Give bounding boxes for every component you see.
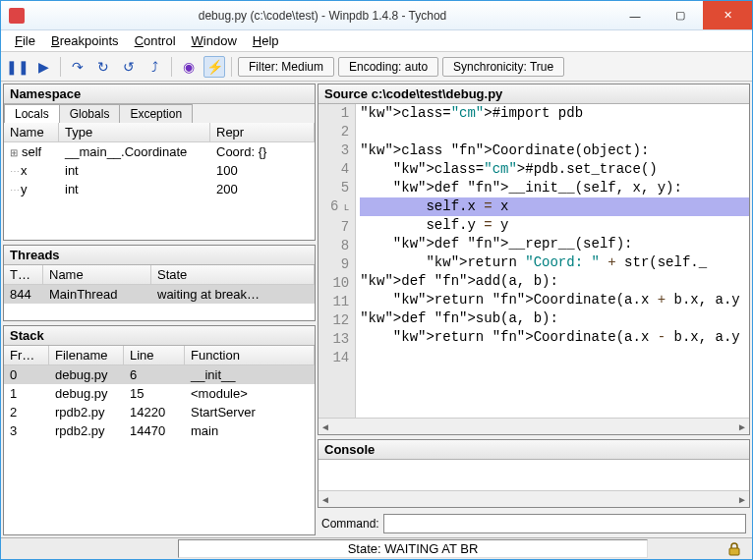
st-header-frame[interactable]: Fr…	[4, 346, 49, 365]
command-label: Command:	[321, 517, 379, 531]
ns-header-type[interactable]: Type	[59, 123, 210, 142]
source-panel: Source c:\code\test\debug.py 123456 L789…	[318, 84, 750, 435]
console-scrollbar[interactable]	[319, 490, 749, 507]
source-title: Source c:\code\test\debug.py	[319, 84, 749, 104]
window-title: debug.py (c:\code\test) - Winpdb 1.4.8 -…	[32, 9, 612, 23]
stack-row[interactable]: 3 rpdb2.py 14470 main	[4, 421, 315, 440]
menu-file[interactable]: File	[9, 31, 41, 50]
code-area[interactable]: "kw">class="cm">#import pdb"kw">class "f…	[356, 104, 749, 418]
st-header-line[interactable]: Line	[124, 346, 185, 365]
stack-row[interactable]: 2 rpdb2.py 14220 StartServer	[4, 403, 315, 421]
command-row: Command:	[318, 512, 750, 535]
menubar: File Breakpoints Control Window Help	[1, 30, 752, 52]
ns-row[interactable]: ⊞self __main__.Coordinate Coord: {}	[4, 142, 315, 161]
stack-row[interactable]: 0 debug.py 6 __init__	[4, 365, 315, 384]
exception-icon[interactable]: ◉	[178, 56, 200, 78]
encoding-button[interactable]: Encoding: auto	[338, 57, 438, 77]
expand-icon[interactable]: ⊞	[10, 147, 22, 158]
tab-globals[interactable]: Globals	[59, 104, 121, 123]
toolbar: ❚❚ ▶ ↷ ↻ ↺ ⤴ ◉ ⚡ Filter: Medium Encoding…	[1, 52, 752, 82]
th-header-state[interactable]: State	[151, 265, 315, 285]
ns-row[interactable]: x int 100	[4, 161, 315, 180]
statusbar: State: WAITING AT BR	[1, 537, 752, 559]
break-icon[interactable]: ⚡	[203, 56, 225, 78]
stack-row[interactable]: 1 debug.py 15 <module>	[4, 384, 315, 403]
ns-header-repr[interactable]: Repr	[210, 123, 315, 142]
threads-title: Threads	[4, 246, 315, 265]
tab-locals[interactable]: Locals	[4, 104, 60, 123]
ns-row[interactable]: y int 200	[4, 180, 315, 198]
app-icon	[9, 8, 25, 24]
svg-rect-0	[729, 548, 739, 555]
console-panel: Console	[318, 439, 750, 508]
namespace-title: Namespace	[4, 84, 315, 104]
status-state: State: WAITING AT BR	[178, 539, 648, 558]
st-header-function[interactable]: Function	[185, 346, 315, 365]
run-to-icon[interactable]: ⤴	[144, 56, 165, 78]
titlebar: debug.py (c:\code\test) - Winpdb 1.4.8 -…	[1, 1, 752, 30]
menu-breakpoints[interactable]: Breakpoints	[45, 31, 125, 50]
st-header-filename[interactable]: Filename	[49, 346, 124, 365]
close-button[interactable]: ✕	[703, 1, 752, 29]
lock-icon	[726, 541, 742, 557]
go-icon[interactable]: ▶	[32, 56, 54, 78]
console-output[interactable]	[319, 460, 749, 490]
source-editor[interactable]: 123456 L7891011121314 "kw">class="cm">#i…	[319, 104, 749, 418]
th-header-tid[interactable]: T…	[4, 265, 43, 285]
minimize-button[interactable]: —	[612, 1, 658, 29]
tab-exception[interactable]: Exception	[119, 104, 193, 123]
menu-control[interactable]: Control	[129, 31, 182, 50]
menu-window[interactable]: Window	[186, 31, 243, 50]
menu-help[interactable]: Help	[247, 31, 285, 50]
filter-button[interactable]: Filter: Medium	[238, 57, 334, 77]
step-into-icon[interactable]: ↷	[67, 56, 88, 78]
line-gutter: 123456 L7891011121314	[319, 104, 356, 418]
maximize-button[interactable]: ▢	[658, 1, 703, 29]
step-over-icon[interactable]: ↻	[92, 56, 114, 78]
thread-row[interactable]: 844 MainThread waiting at break…	[4, 285, 315, 304]
threads-panel: Threads T… Name State 844 MainThread wai…	[3, 245, 316, 321]
command-input[interactable]	[383, 514, 746, 533]
stack-panel: Stack Fr… Filename Line Function 0 debug…	[3, 325, 316, 535]
step-out-icon[interactable]: ↺	[118, 56, 140, 78]
sync-button[interactable]: Synchronicity: True	[442, 57, 564, 77]
ns-header-name[interactable]: Name	[4, 123, 59, 142]
horizontal-scrollbar[interactable]	[319, 418, 749, 434]
th-header-name[interactable]: Name	[43, 265, 151, 285]
stack-title: Stack	[4, 326, 315, 346]
pause-icon[interactable]: ❚❚	[7, 56, 29, 78]
namespace-panel: Namespace Locals Globals Exception Name …	[3, 84, 316, 241]
console-title: Console	[319, 440, 749, 460]
